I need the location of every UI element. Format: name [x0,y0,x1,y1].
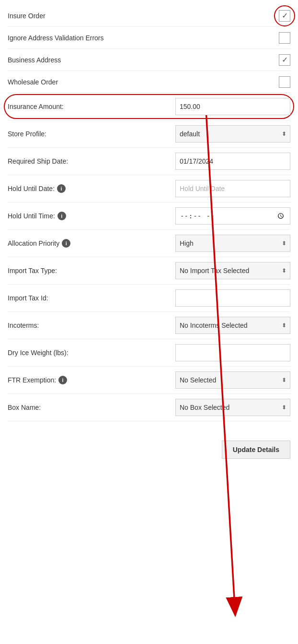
hold-until-date-input[interactable] [175,180,290,197]
ignore-address-control [104,32,290,44]
ignore-address-checkbox[interactable] [279,32,290,44]
insurance-amount-label: Insurance Amount: [8,103,64,110]
required-ship-date-row: Required Ship Date: [8,148,290,175]
ftr-exemption-label: FTR Exemption: i [8,376,67,384]
business-address-label: Business Address [8,56,61,64]
allocation-priority-control: High Normal Low ⬍ [70,235,290,252]
hold-until-time-row: Hold Until Time: i [8,203,290,230]
insure-order-label: Insure Order [8,12,46,20]
import-tax-id-control [48,289,290,307]
wholesale-order-row: Wholesale Order [8,71,290,93]
ftr-exemption-row: FTR Exemption: i No Selected ⬍ [8,367,290,394]
insure-order-control [46,10,290,22]
import-tax-type-select-wrap: No Import Tax Selected ⬍ [175,262,290,279]
dry-ice-weight-input[interactable] [175,344,290,361]
wholesale-order-label: Wholesale Order [8,78,58,86]
hold-until-time-label: Hold Until Time: i [8,212,66,220]
incoterms-select[interactable]: No Incoterms Selected [175,317,290,334]
dry-ice-weight-control [69,344,290,361]
box-name-select[interactable]: No Box Selected [175,399,290,416]
store-profile-select[interactable]: default [175,125,290,143]
business-address-checkbox[interactable] [279,54,290,66]
incoterms-control: No Incoterms Selected ⬍ [39,317,290,334]
import-tax-type-select[interactable]: No Import Tax Selected [175,262,290,279]
required-ship-date-input[interactable] [175,153,290,170]
box-name-select-wrap: No Box Selected ⬍ [175,399,290,416]
allocation-priority-label: Allocation Priority i [8,239,70,248]
box-name-row: Box Name: No Box Selected ⬍ [8,394,290,421]
import-tax-type-label: Import Tax Type: [8,267,57,274]
business-address-control [61,54,290,66]
insurance-amount-control [64,98,290,115]
import-tax-id-row: Import Tax Id: [8,285,290,312]
required-ship-date-label: Required Ship Date: [8,157,68,165]
import-tax-id-label: Import Tax Id: [8,294,48,302]
hold-until-date-row: Hold Until Date: i [8,175,290,203]
dry-ice-weight-label: Dry Ice Weight (lbs): [8,349,69,357]
ftr-exemption-control: No Selected ⬍ [67,371,290,389]
allocation-priority-info-icon[interactable]: i [62,239,70,248]
dry-ice-weight-row: Dry Ice Weight (lbs): [8,339,290,367]
incoterms-label: Incoterms: [8,322,39,329]
box-name-control: No Box Selected ⬍ [41,399,290,416]
insurance-amount-row: Insurance Amount: [8,93,290,120]
import-tax-type-control: No Import Tax Selected ⬍ [57,262,290,279]
store-profile-row: Store Profile: default ⬍ [8,120,290,148]
insure-order-row: Insure Order [8,5,290,27]
wholesale-order-checkbox[interactable] [279,76,290,88]
update-details-button[interactable]: Update Details [222,441,290,459]
bottom-bar: Update Details [0,431,298,468]
hold-until-time-input[interactable] [175,207,290,225]
ignore-address-row: Ignore Address Validation Errors [8,27,290,49]
allocation-priority-select-wrap: High Normal Low ⬍ [175,235,290,252]
business-address-row: Business Address [8,49,290,71]
incoterms-row: Incoterms: No Incoterms Selected ⬍ [8,312,290,339]
ftr-exemption-select-wrap: No Selected ⬍ [175,371,290,389]
store-profile-label: Store Profile: [8,130,46,138]
store-profile-control: default ⬍ [46,125,290,143]
hold-until-time-control [66,207,290,225]
wholesale-order-control [58,76,290,88]
store-profile-select-wrap: default ⬍ [175,125,290,143]
hold-until-date-control [66,180,290,197]
required-ship-date-control [68,153,290,170]
ftr-exemption-info-icon[interactable]: i [58,376,67,384]
import-tax-id-input[interactable] [175,289,290,307]
allocation-priority-select[interactable]: High Normal Low [175,235,290,252]
hold-until-time-info-icon[interactable]: i [57,212,66,220]
insure-order-checkbox[interactable] [279,10,290,22]
incoterms-select-wrap: No Incoterms Selected ⬍ [175,317,290,334]
form-container: Insure Order Ignore Address Validation E… [0,0,298,426]
hold-until-date-info-icon[interactable]: i [57,184,66,193]
allocation-priority-row: Allocation Priority i High Normal Low ⬍ [8,230,290,257]
box-name-label: Box Name: [8,404,41,411]
ftr-exemption-select[interactable]: No Selected [175,371,290,389]
insurance-amount-input[interactable] [175,98,290,115]
ignore-address-label: Ignore Address Validation Errors [8,34,104,42]
import-tax-type-row: Import Tax Type: No Import Tax Selected … [8,257,290,285]
hold-until-date-label: Hold Until Date: i [8,184,66,193]
